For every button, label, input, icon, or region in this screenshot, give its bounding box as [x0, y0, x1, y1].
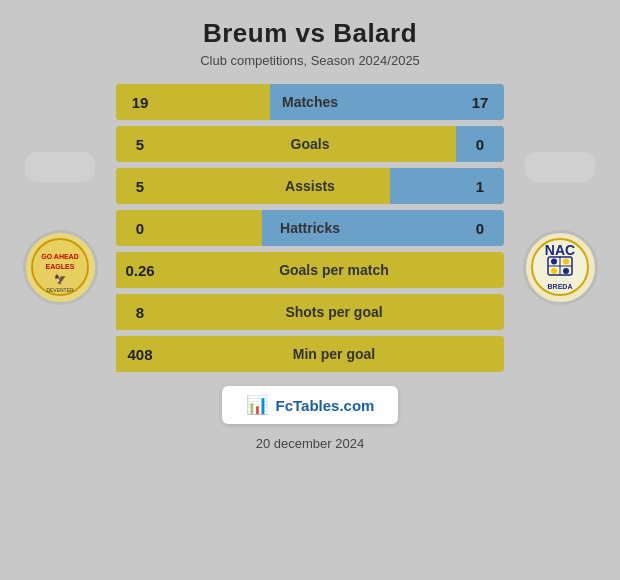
svg-text:EAGLES: EAGLES [46, 263, 75, 270]
watermark-icon: 📊 [246, 394, 268, 416]
header: Breum vs Balard Club competitions, Seaso… [0, 0, 620, 74]
stat-single-label-shots_per_goal: Shots per goal [164, 304, 504, 320]
stat-left-val-goals: 5 [116, 126, 164, 162]
stat-right-val-hattricks: 0 [456, 210, 504, 246]
svg-point-11 [563, 259, 569, 265]
subtitle: Club competitions, Season 2024/2025 [0, 53, 620, 68]
stat-row-matches: 19Matches17 [116, 84, 504, 120]
svg-point-10 [551, 259, 557, 265]
stat-single-val-min_per_goal: 408 [116, 336, 164, 372]
stat-row-hattricks: 0Hattricks0 [116, 210, 504, 246]
svg-point-12 [551, 268, 557, 274]
stat-right-val-matches: 17 [456, 84, 504, 120]
badge-stub-left [25, 152, 95, 182]
footer-date: 20 december 2024 [256, 436, 364, 451]
team-logo-left-svg: GO AHEAD EAGLES 🦅 DEVENTER [30, 237, 90, 297]
stat-row-goals: 5Goals0 [116, 126, 504, 162]
stat-left-val-hattricks: 0 [116, 210, 164, 246]
badge-stub-right [525, 152, 595, 182]
stat-label-assists: Assists [164, 178, 456, 194]
stat-single-val-shots_per_goal: 8 [116, 294, 164, 330]
stat-single-label-goals_per_match: Goals per match [164, 262, 504, 278]
svg-text:BREDA: BREDA [548, 283, 573, 290]
svg-point-13 [563, 268, 569, 274]
stats-area: 19Matches175Goals05Assists10Hattricks00.… [110, 84, 510, 372]
watermark-text: FcTables.com [276, 397, 375, 414]
stat-right-val-goals: 0 [456, 126, 504, 162]
team-right: NAC BREDA [510, 152, 610, 305]
page-title: Breum vs Balard [0, 18, 620, 49]
svg-text:🦅: 🦅 [54, 273, 67, 286]
team-logo-right: NAC BREDA [523, 230, 598, 305]
stat-row-single-min_per_goal: 408Min per goal [116, 336, 504, 372]
team-logo-right-svg: NAC BREDA [530, 237, 590, 297]
watermark-area: 📊 FcTables.com [222, 386, 399, 424]
stat-single-label-min_per_goal: Min per goal [164, 346, 504, 362]
team-logo-left: GO AHEAD EAGLES 🦅 DEVENTER [23, 230, 98, 305]
team-left: GO AHEAD EAGLES 🦅 DEVENTER [10, 152, 110, 305]
content-area: GO AHEAD EAGLES 🦅 DEVENTER 19Matches175G… [0, 84, 620, 372]
stat-right-val-assists: 1 [456, 168, 504, 204]
svg-text:NAC: NAC [545, 242, 575, 258]
stat-row-single-goals_per_match: 0.26Goals per match [116, 252, 504, 288]
stat-single-val-goals_per_match: 0.26 [116, 252, 164, 288]
stat-row-single-shots_per_goal: 8Shots per goal [116, 294, 504, 330]
svg-text:GO AHEAD: GO AHEAD [41, 253, 78, 260]
stat-left-val-assists: 5 [116, 168, 164, 204]
stat-label-hattricks: Hattricks [164, 220, 456, 236]
stat-label-matches: Matches [164, 94, 456, 110]
stat-row-assists: 5Assists1 [116, 168, 504, 204]
svg-text:DEVENTER: DEVENTER [46, 287, 74, 293]
stat-label-goals: Goals [164, 136, 456, 152]
stat-left-val-matches: 19 [116, 84, 164, 120]
